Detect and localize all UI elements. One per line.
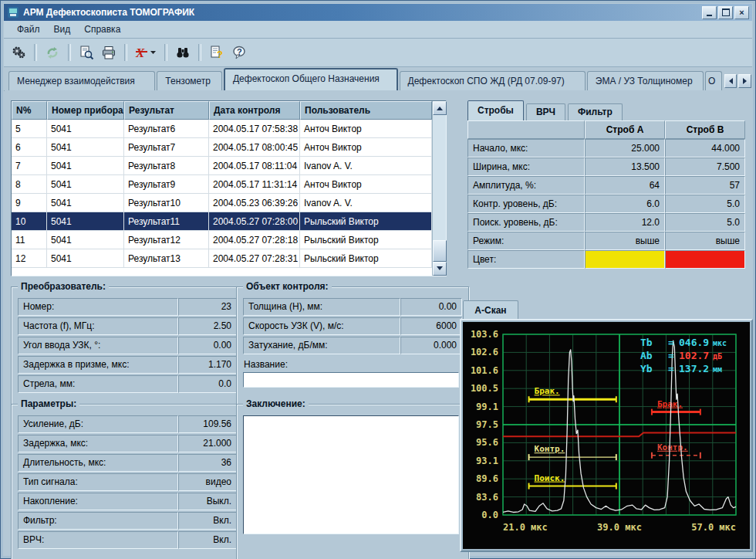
field-label: Номер: (18, 298, 178, 316)
tab-strobes[interactable]: Стробы (467, 100, 524, 120)
cell[interactable]: 2004.05.17 11:31:14 (209, 175, 300, 194)
cell[interactable]: Ivanov A. V. (300, 194, 432, 212)
cell[interactable]: Результат11 (124, 212, 209, 231)
cell[interactable]: 8 (12, 175, 47, 194)
scroll-down-button[interactable] (433, 262, 447, 276)
cell[interactable]: 12 (12, 249, 47, 268)
table-row[interactable]: 75041Результат82004.05.17 08:11:04Ivanov… (12, 157, 432, 175)
tab-interaction-manager[interactable]: Менеджер взаимодействия (8, 71, 155, 90)
app-icon (7, 6, 19, 19)
maximize-button[interactable] (718, 6, 733, 19)
field-value: видео (178, 473, 237, 491)
cell[interactable]: 5041 (47, 231, 124, 249)
arrow-left-icon (726, 78, 733, 84)
menu-help[interactable]: Справка (77, 22, 127, 36)
help-topics-button[interactable]: ? (207, 42, 227, 63)
field-value: 109.56 (178, 415, 237, 433)
cell[interactable]: Анточ Виктор (300, 175, 432, 194)
cell[interactable]: Результат10 (124, 194, 209, 212)
field-label: ВРЧ: (18, 531, 178, 549)
menu-file[interactable]: Файл (10, 22, 47, 36)
cell[interactable]: 2004.05.17 08:00:45 (209, 138, 300, 157)
cell[interactable]: Результат6 (124, 120, 209, 138)
refresh-button[interactable] (42, 42, 62, 63)
table-row[interactable]: 65041Результат72004.05.17 08:00:45Анточ … (12, 138, 432, 157)
toolbar-separator (124, 44, 127, 61)
table-row[interactable]: 85041Результат92004.05.17 11:31:14Анточ … (12, 175, 432, 194)
cell[interactable]: 5041 (47, 194, 124, 212)
cell[interactable]: Результат12 (124, 231, 209, 249)
cell[interactable]: 5041 (47, 175, 124, 194)
table-row[interactable]: 115041Результат122004.05.27 07:28:18Рыль… (12, 231, 432, 249)
table-row[interactable]: 125041Результат132004.05.27 07:28:31Рыль… (12, 249, 432, 268)
cell[interactable]: 5 (12, 120, 47, 138)
cell[interactable]: 2004.05.17 08:11:04 (209, 157, 300, 175)
cell[interactable]: Анточ Виктор (300, 138, 432, 157)
cell[interactable]: Рыльский Виктор (300, 249, 432, 268)
tab-ascan[interactable]: А-Скан (463, 300, 518, 320)
settings-button[interactable] (8, 42, 29, 63)
cell[interactable]: 5041 (47, 120, 124, 138)
cell[interactable]: Ivanov A. V. (300, 157, 432, 175)
minimize-button[interactable] (702, 6, 717, 19)
tab-spo-zhd-flaw-detector[interactable]: Дефектоскоп СПО ЖД (РД 07.09-97) (400, 71, 586, 90)
col-header-device[interactable]: Номер прибора (47, 101, 124, 120)
menu-view[interactable]: Вид (47, 22, 78, 36)
conclusion-title: Заключение: (243, 398, 309, 409)
cell[interactable]: 2004.05.27 07:28:31 (209, 249, 300, 268)
field-value: 2.50 (178, 317, 237, 335)
tab-scroll-right-button[interactable] (738, 74, 751, 88)
strobe-a-value: 13.500 (585, 158, 665, 176)
tab-scroll-left-button[interactable] (724, 74, 737, 88)
cell[interactable]: Результат8 (124, 157, 209, 175)
col-header-result[interactable]: Результат (124, 101, 209, 120)
cell[interactable]: 7 (12, 157, 47, 175)
table-row[interactable]: 95041Результат102004.05.23 06:39:26Ivano… (12, 194, 432, 212)
tab-general-flaw-detector[interactable]: Дефектоскоп Общего Назначения (224, 68, 398, 90)
cell[interactable]: Результат13 (124, 249, 209, 268)
col-header-user[interactable]: Пользователь (300, 101, 432, 120)
find-button[interactable] (173, 42, 193, 63)
cell[interactable]: 2004.05.27 07:28:18 (209, 231, 300, 249)
table-row-selected[interactable]: 105041Результат112004.05.27 07:28:00Рыль… (12, 212, 432, 231)
field-label: Фильтр: (18, 512, 178, 530)
cell[interactable]: Результат9 (124, 175, 209, 194)
print-preview-button[interactable] (76, 42, 96, 63)
cell[interactable]: Рыльский Виктор (300, 231, 432, 249)
titlebar[interactable]: АРМ Дефектоскописта ТОМОГРАФИК × (4, 4, 752, 21)
cell[interactable]: Анточ Виктор (300, 120, 432, 138)
tab-partial[interactable]: О (705, 71, 722, 90)
cell[interactable]: 9 (12, 194, 47, 212)
svg-text:Брак.: Брак. (535, 386, 560, 396)
cell[interactable]: 2004.05.27 07:28:00 (209, 212, 300, 231)
cell[interactable]: 11 (12, 231, 47, 249)
object-name-input[interactable] (243, 372, 459, 388)
col-header-number[interactable]: N% (12, 101, 47, 120)
results-scrollbar[interactable] (432, 101, 446, 276)
cell[interactable]: Рыльский Виктор (300, 212, 432, 231)
export-excel-button[interactable]: X (133, 42, 159, 63)
cell[interactable]: 5041 (47, 249, 124, 268)
scrollbar-thumb[interactable] (433, 240, 447, 262)
cell[interactable]: Результат7 (124, 138, 209, 157)
svg-text:83.6: 83.6 (476, 492, 498, 503)
print-button[interactable] (99, 42, 119, 63)
tab-filter[interactable]: Фильтр (568, 103, 623, 120)
tab-vrch[interactable]: ВРЧ (526, 103, 565, 120)
cell[interactable]: 5041 (47, 157, 124, 175)
context-help-button[interactable]: ? (229, 42, 249, 63)
conclusion-textarea[interactable] (243, 415, 459, 534)
cell[interactable]: 2004.05.23 06:39:26 (209, 194, 300, 212)
table-row[interactable]: 55041Результат62004.05.17 07:58:38Анточ … (12, 120, 432, 138)
tab-ema-thickness-gauge[interactable]: ЭМА / УЗ Толщиномер (587, 71, 704, 90)
col-header-date[interactable]: Дата контроля (209, 101, 300, 120)
cell[interactable]: 6 (12, 138, 47, 157)
tab-tensometer[interactable]: Тензометр (157, 71, 222, 90)
scroll-up-button[interactable] (433, 101, 447, 115)
cell[interactable]: 2004.05.17 07:58:38 (209, 120, 300, 138)
results-table: N% Номер прибора Результат Дата контроля… (12, 101, 432, 268)
cell[interactable]: 5041 (47, 138, 124, 157)
cell[interactable]: 10 (12, 212, 47, 231)
close-button[interactable]: × (734, 6, 749, 19)
cell[interactable]: 5041 (47, 212, 124, 231)
